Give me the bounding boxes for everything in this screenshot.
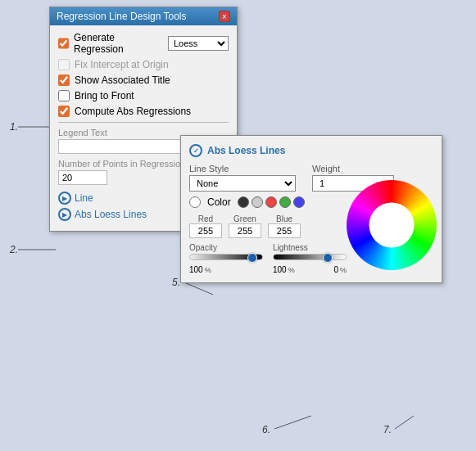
lightness-slider-container xyxy=(273,254,347,264)
loess-select[interactable]: Loess Linear Quadratic xyxy=(168,36,229,51)
color-panel-icon: ✓ xyxy=(189,144,202,157)
lightness-label: Lightness xyxy=(273,243,347,252)
swatch-gray[interactable] xyxy=(252,196,263,208)
annotation-2: 2. xyxy=(10,244,18,255)
compute-abs-row: Compute Abs Regressions xyxy=(58,106,229,117)
color-row: Color xyxy=(189,196,347,208)
panel-title: Regression Line Design Tools xyxy=(57,11,187,22)
line-style-label: Line Style xyxy=(189,164,296,174)
svg-line-5 xyxy=(184,282,213,295)
lightness-track xyxy=(273,254,347,260)
red-group: Red xyxy=(189,214,222,238)
color-radio[interactable] xyxy=(189,196,201,208)
abs-loess-link-label: Abs Loess Lines xyxy=(75,209,147,220)
close-button[interactable]: × xyxy=(219,11,230,22)
annotation-6: 6. xyxy=(262,424,270,435)
lightness-end-value: 0 xyxy=(333,265,338,274)
color-panel-header: ✓ Abs Loess Lines xyxy=(189,144,433,157)
color-swatches xyxy=(238,196,305,208)
lightness-pct: % xyxy=(288,266,295,274)
blue-input[interactable] xyxy=(268,223,301,238)
generate-regression-label: Generate Regression xyxy=(74,32,160,55)
green-input[interactable] xyxy=(229,223,261,238)
annotation-7: 7. xyxy=(383,424,392,435)
line-link-label: Line xyxy=(75,192,93,204)
bring-front-row: Bring to Front xyxy=(58,90,229,101)
opacity-value: 100 xyxy=(189,265,203,274)
lightness-end-pct: % xyxy=(340,266,347,274)
red-input[interactable] xyxy=(189,223,222,238)
green-label: Green xyxy=(233,214,256,223)
color-wheel-container xyxy=(347,180,437,270)
swatch-red[interactable] xyxy=(265,196,277,208)
fix-intercept-checkbox[interactable] xyxy=(58,59,70,70)
abs-loess-link-icon: ▶ xyxy=(58,208,71,221)
opacity-track xyxy=(189,254,263,260)
opacity-pct: % xyxy=(205,266,211,274)
panel-titlebar: Regression Line Design Tools × xyxy=(50,7,237,25)
show-title-label: Show Associated Title xyxy=(75,74,170,86)
svg-line-6 xyxy=(274,416,311,429)
line-style-group: Line Style None Solid Dashed Dotted xyxy=(189,164,296,192)
lightness-value-row: 100 % 0 % xyxy=(273,265,347,274)
lightness-group: Lightness 100 % 0 % xyxy=(273,243,347,274)
line-link-icon: ▶ xyxy=(58,192,71,205)
opacity-label: Opacity xyxy=(189,243,263,252)
swatch-green[interactable] xyxy=(279,196,291,208)
fix-intercept-label: Fix Intercept at Origin xyxy=(75,59,169,70)
opacity-slider-container xyxy=(189,254,263,264)
red-label: Red xyxy=(198,214,213,223)
color-wheel-inner xyxy=(369,203,415,248)
color-label: Color xyxy=(207,196,231,208)
sliders-row: Opacity 100 % Lightness xyxy=(189,243,347,274)
fix-intercept-row: Fix Intercept at Origin xyxy=(58,59,229,70)
green-group: Green xyxy=(229,214,261,238)
annotation-1: 1. xyxy=(10,121,18,133)
show-title-checkbox[interactable] xyxy=(58,74,70,86)
blue-group: Blue xyxy=(268,214,301,238)
lightness-thumb[interactable] xyxy=(323,253,333,263)
color-panel-title: Abs Loess Lines xyxy=(207,145,285,156)
bring-front-label: Bring to Front xyxy=(75,90,134,101)
opacity-thumb[interactable] xyxy=(247,253,257,263)
line-weight-label: Weight xyxy=(312,164,394,174)
swatch-blue[interactable] xyxy=(293,196,305,208)
compute-abs-checkbox[interactable] xyxy=(58,106,70,117)
line-style-select[interactable]: None Solid Dashed Dotted xyxy=(189,175,296,192)
points-input[interactable] xyxy=(58,170,107,185)
opacity-value-row: 100 % xyxy=(189,265,263,274)
color-panel: ✓ Abs Loess Lines Line Style None Solid … xyxy=(180,135,442,283)
generate-regression-checkbox[interactable] xyxy=(58,38,69,49)
compute-abs-label: Compute Abs Regressions xyxy=(75,106,191,117)
generate-regression-row: Generate Regression Loess Linear Quadrat… xyxy=(58,32,229,55)
rgb-row: Red Green Blue xyxy=(189,214,347,238)
color-wheel[interactable] xyxy=(347,180,437,270)
opacity-group: Opacity 100 % xyxy=(189,243,263,274)
svg-line-7 xyxy=(395,416,414,429)
swatch-black[interactable] xyxy=(238,196,249,208)
show-title-row: Show Associated Title xyxy=(58,74,229,86)
bring-front-checkbox[interactable] xyxy=(58,90,70,101)
blue-label: Blue xyxy=(276,214,292,223)
annotation-5: 5. xyxy=(172,277,180,288)
lightness-value: 100 xyxy=(273,265,287,274)
